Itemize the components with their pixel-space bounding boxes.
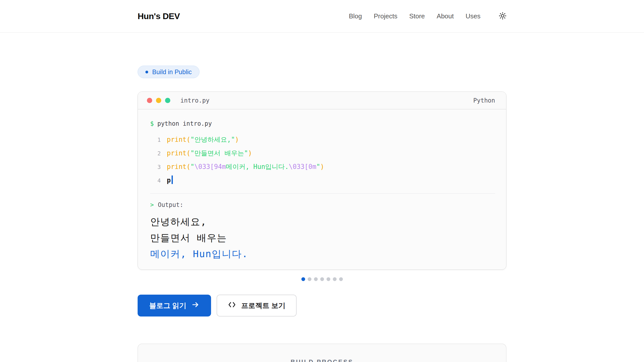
code-token: ) [235,136,239,143]
window-minimize-icon[interactable] [156,98,161,103]
hero-section: Build in Public intro.py Python $python … [138,33,506,362]
code-token: print( [167,136,190,143]
code-token: 메이커, Hun입니다. [226,163,289,170]
output-lines: 안녕하세요, 만들면서 배우는 메이커, Hun입니다. [150,214,495,262]
read-blog-button[interactable]: 블로그 읽기 [138,295,211,316]
output-line: 만들면서 배우는 [150,230,495,246]
code-editor-window: intro.py Python $python intro.py 1 print… [138,92,506,270]
badge-dot-icon [145,71,148,73]
code-lines: 1 print("안녕하세요,") 2 print("만들면서 배우는") 3 … [150,133,495,187]
window-language-label: Python [473,97,495,104]
code-line: 1 print("안녕하세요,") [150,133,495,147]
code-token: " [316,163,320,170]
window-filename: intro.py [180,97,210,104]
code-token: \033[0m [289,163,316,170]
output-line: 안녕하세요, [150,214,495,230]
output-line-highlighted: 메이커, Hun입니다. [150,246,495,262]
main-nav: Blog Projects Store About Uses [349,12,506,20]
code-icon [228,301,236,310]
nav-link-projects[interactable]: Projects [374,12,397,20]
nav-link-store[interactable]: Store [409,12,425,20]
view-projects-label: 프로젝트 보기 [241,301,286,310]
carousel-dot-active[interactable] [301,277,305,281]
code-token: "만들면서 배우는" [190,149,248,157]
window-maximize-icon[interactable] [165,98,170,103]
code-line: 3 print("\033[94m메이커, Hun입니다.\033[0m") [150,160,495,174]
line-number: 1 [150,133,161,147]
window-body: $python intro.py 1 print("안녕하세요,") 2 pri… [138,109,506,269]
sun-icon [499,12,506,20]
carousel-dot[interactable] [320,277,324,281]
output-label-text: Output: [158,201,183,208]
build-in-public-badge: Build in Public [138,66,199,78]
carousel-dot[interactable] [327,277,330,281]
line-number: 2 [150,147,161,160]
code-token: print( [167,149,190,157]
code-token: \033[94m [194,163,226,170]
nav-link-uses[interactable]: Uses [466,12,480,20]
output-divider [150,193,495,194]
code-token: ) [248,149,252,157]
output-label: >Output: [150,201,495,209]
window-close-icon[interactable] [147,98,152,103]
carousel-dot[interactable] [333,277,337,281]
carousel-dot[interactable] [339,277,343,281]
chevron-prompt: > [150,201,154,208]
arrow-right-icon [191,301,199,310]
text-cursor [172,175,173,184]
read-blog-label: 블로그 읽기 [149,301,186,310]
code-token: " [190,163,194,170]
nav-link-blog[interactable]: Blog [349,12,362,20]
line-number: 3 [150,161,161,174]
code-token: "안녕하세요," [190,136,235,143]
nav-link-about[interactable]: About [437,12,454,20]
carousel-dots [138,277,506,281]
theme-toggle-button[interactable] [499,12,506,20]
site-logo[interactable]: Hun's DEV [138,11,180,21]
terminal-command: $python intro.py [150,120,495,127]
code-token: print( [167,163,190,170]
code-token: ) [320,163,324,170]
code-line: 2 print("만들면서 배우는") [150,147,495,160]
dollar-prompt: $ [150,120,154,127]
view-projects-button[interactable]: 프로젝트 보기 [217,295,297,316]
badge-label: Build in Public [152,68,192,76]
build-process-title: BUILD PROCESS [138,358,506,362]
carousel-dot[interactable] [308,277,311,281]
carousel-dot[interactable] [314,277,318,281]
line-number: 4 [150,174,161,187]
command-text: python intro.py [157,120,212,127]
window-titlebar: intro.py Python [138,92,506,109]
code-token: p [167,176,171,184]
site-header: Hun's DEV Blog Projects Store About Uses [0,0,644,33]
build-process-card: BUILD PROCESS [138,344,506,362]
code-line: 4 p [150,174,495,187]
hero-actions: 블로그 읽기 프로젝트 보기 [138,295,506,316]
